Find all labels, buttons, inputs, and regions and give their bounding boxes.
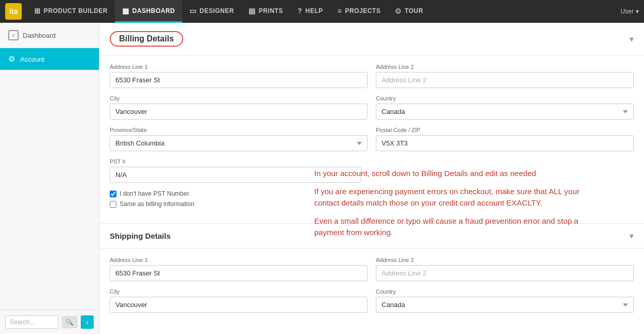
postal-label: Postal Code / ZIP: [376, 127, 634, 133]
main-content: Billing Details ▾ Address Line 1 Address…: [99, 23, 644, 334]
help-icon: ?: [298, 7, 302, 15]
shipping-address-line2-group: Address Line 2: [376, 257, 634, 281]
pst-label: PST #: [110, 158, 361, 165]
address-line2-label: Address Line 2: [376, 64, 634, 70]
billing-section-header: Billing Details ▾: [99, 23, 644, 55]
address-line1-input[interactable]: [110, 72, 368, 88]
shipping-address-line1-input[interactable]: [110, 265, 368, 281]
no-pst-label: I don't have PST Number.: [120, 190, 191, 197]
shipping-section-header: Shipping Details ▾: [99, 223, 644, 249]
nav-dashboard[interactable]: ▦ DASHBOARD: [115, 0, 182, 23]
chevron-down-icon: ▾: [636, 8, 639, 15]
app-layout: ‹ Dashboard ⚙ Account 🔍 ‹ Billing Detail…: [0, 23, 644, 334]
shipping-city-group: City: [110, 288, 368, 313]
shipping-city-country-row: City Country Canada United States United…: [110, 288, 634, 313]
address-line2-input[interactable]: [376, 72, 634, 88]
province-postal-row: Province/State British Columbia Alberta …: [110, 127, 634, 151]
country-group: Country Canada United States United King…: [376, 95, 634, 120]
sidebar: ‹ Dashboard ⚙ Account 🔍 ‹: [0, 23, 99, 334]
shipping-city-input[interactable]: [110, 297, 368, 313]
pst-group: PST #: [110, 158, 361, 183]
billing-title: Billing Details: [110, 31, 183, 47]
product-builder-icon: ⊞: [34, 7, 41, 15]
city-input[interactable]: [110, 104, 368, 120]
same-billing-label: Same as billing information: [120, 200, 194, 208]
designer-icon: ▭: [189, 7, 197, 15]
shipping-address-line1-group: Address Line 1: [110, 257, 368, 281]
sidebar-item-account[interactable]: ⚙ Account: [0, 48, 99, 70]
shipping-address-line2-label: Address Line 2: [376, 257, 634, 263]
nav-items: ⊞ PRODUCT BUILDER ▦ DASHBOARD ▭ DESIGNER…: [27, 0, 621, 23]
top-navigation: ita ⊞ PRODUCT BUILDER ▦ DASHBOARD ▭ DESI…: [0, 0, 644, 23]
province-select[interactable]: British Columbia Alberta Ontario Quebec: [110, 135, 368, 151]
city-country-row: City Country Canada United States United…: [110, 95, 634, 120]
shipping-country-label: Country: [376, 288, 634, 295]
gear-icon: ⚙: [8, 54, 15, 64]
pst-input[interactable]: [110, 167, 361, 183]
billing-chevron-icon[interactable]: ▾: [630, 34, 634, 44]
country-select[interactable]: Canada United States United Kingdom: [376, 104, 634, 120]
shipping-address-row-1: Address Line 1 Address Line 2: [110, 257, 634, 281]
pst-row: PST #: [110, 158, 634, 183]
same-billing-checkbox-row: Same as billing information: [110, 200, 634, 208]
same-billing-checkbox[interactable]: [110, 201, 116, 208]
province-label: Province/State: [110, 127, 368, 133]
collapse-icon: ‹: [86, 318, 89, 326]
prints-icon: ▤: [248, 7, 256, 15]
collapse-sidebar-button[interactable]: ‹: [81, 315, 94, 329]
address-line1-label: Address Line 1: [110, 64, 368, 70]
checkbox-area: I don't have PST Number. Same as billing…: [110, 190, 634, 208]
projects-icon: ≡: [338, 7, 342, 15]
dashboard-icon: ▦: [122, 7, 129, 15]
province-group: Province/State British Columbia Alberta …: [110, 127, 368, 151]
city-group: City: [110, 95, 368, 120]
back-arrow-icon: ‹: [8, 30, 19, 40]
billing-form: Address Line 1 Address Line 2 City Count…: [99, 55, 644, 220]
shipping-title: Shipping Details: [110, 231, 171, 240]
shipping-address-line1-label: Address Line 1: [110, 257, 368, 263]
postal-input[interactable]: [376, 135, 634, 151]
address-line2-group: Address Line 2: [376, 64, 634, 88]
country-label: Country: [376, 95, 634, 101]
tour-icon: ⊙: [395, 7, 402, 15]
city-label: City: [110, 95, 368, 101]
shipping-chevron-icon[interactable]: ▾: [630, 231, 634, 241]
shipping-country-select[interactable]: Canada United States United Kingdom: [376, 297, 634, 313]
nav-help[interactable]: ? HELP: [290, 0, 330, 23]
nav-tour[interactable]: ⊙ TOUR: [388, 0, 430, 23]
nav-projects[interactable]: ≡ PROJECTS: [330, 0, 388, 23]
address-row-1: Address Line 1 Address Line 2: [110, 64, 634, 88]
sidebar-search-area: 🔍 ‹: [0, 310, 99, 334]
no-pst-checkbox[interactable]: [110, 191, 116, 197]
address-line1-group: Address Line 1: [110, 64, 368, 88]
nav-designer[interactable]: ▭ DESIGNER: [182, 0, 241, 23]
nav-product-builder[interactable]: ⊞ PRODUCT BUILDER: [27, 0, 115, 23]
search-button[interactable]: 🔍: [62, 316, 78, 328]
shipping-country-group: Country Canada United States United King…: [376, 288, 634, 313]
sidebar-back-button[interactable]: ‹ Dashboard: [0, 23, 99, 48]
shipping-form: Address Line 1 Address Line 2 City Count…: [99, 249, 644, 328]
postal-group: Postal Code / ZIP: [376, 127, 634, 151]
search-input[interactable]: [5, 315, 58, 329]
shipping-city-label: City: [110, 288, 368, 295]
nav-prints[interactable]: ▤ PRINTS: [241, 0, 290, 23]
no-pst-checkbox-row: I don't have PST Number.: [110, 190, 634, 197]
user-menu[interactable]: User ▾: [621, 8, 639, 15]
logo[interactable]: ita: [5, 3, 22, 20]
pst-area: PST #: [110, 158, 634, 183]
shipping-address-line2-input[interactable]: [376, 265, 634, 281]
